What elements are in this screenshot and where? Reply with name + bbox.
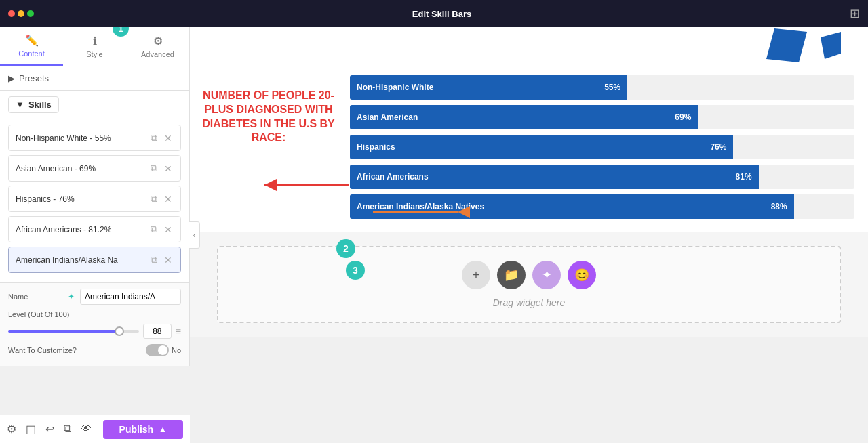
bar-label-4: American Indians/Alaska Natives	[357, 202, 484, 211]
publish-button[interactable]: Publish ▲	[103, 420, 183, 439]
level-label: Level (Out Of 100)	[8, 310, 90, 318]
presets-section[interactable]: ▶ Presets	[0, 66, 189, 91]
history-icon[interactable]: ↩	[45, 423, 54, 436]
bar-percent-2: 76%	[710, 142, 726, 152]
copy-icon-4[interactable]: ⧉	[149, 253, 159, 267]
tab-style-label: Style	[86, 50, 102, 58]
toggle-label: No	[172, 346, 181, 354]
remove-icon-4[interactable]: ✕	[163, 253, 174, 267]
name-label: Name	[8, 293, 62, 301]
remove-icon-0[interactable]: ✕	[163, 131, 174, 145]
bars-container: Non-Hispanic White 55% Asian American 69…	[350, 75, 854, 219]
grid-icon[interactable]: ⊞	[850, 6, 860, 21]
drag-text: Drag widget here	[493, 297, 566, 308]
copy-icon-0[interactable]: ⧉	[149, 131, 159, 145]
tab-advanced-label: Advanced	[141, 50, 174, 58]
bar-fill-1: Asian American 69%	[350, 105, 698, 129]
traffic-light-green[interactable]	[27, 10, 34, 17]
skill-item-name-2: Hispanics - 76%	[16, 194, 145, 204]
customize-row: Want To Customize? No	[8, 344, 181, 356]
chart-title: NUMBER OF PEOPLE 20-PLUS DIAGNOSED WITH …	[201, 75, 336, 219]
presets-chevron-icon: ▶	[8, 73, 15, 83]
bottom-toolbar: ⚙ ◫ ↩ ⧉ 👁 Publish ▲	[0, 415, 190, 443]
customize-label: Want To Customize?	[8, 346, 146, 354]
add-widget-button[interactable]: +	[462, 261, 490, 289]
list-icon[interactable]: ≡	[176, 326, 181, 337]
bar-label-1: Asian American	[357, 112, 418, 122]
skill-item-name-4: American Indians/Alaska Na	[16, 255, 145, 265]
name-field-row: Name ✦	[8, 289, 181, 305]
list-item: Non-Hispanic White - 55% ⧉ ✕	[8, 125, 181, 151]
slider-container: ≡	[8, 324, 181, 339]
collapse-handle[interactable]: ‹	[189, 222, 200, 249]
content-icon: ✏️	[25, 34, 39, 47]
tab-content-label: Content	[18, 49, 45, 58]
skills-list: Non-Hispanic White - 55% ⧉ ✕ Asian Ameri…	[0, 119, 189, 282]
toolbar-icons-left: ⚙ ◫ ↩ ⧉ 👁	[7, 423, 92, 436]
copy-icon-3[interactable]: ⧉	[149, 222, 159, 236]
copy-icon-1[interactable]: ⧉	[149, 161, 159, 175]
copy2-icon[interactable]: ⧉	[64, 423, 71, 436]
advanced-icon: ⚙	[153, 35, 163, 47]
bar-row-1: Asian American 69%	[350, 105, 854, 129]
publish-chevron-icon: ▲	[159, 425, 167, 434]
name-input[interactable]	[80, 289, 181, 305]
toggle-track[interactable]	[146, 344, 169, 356]
level-slider[interactable]	[8, 330, 139, 333]
dynamic-icon: ✦	[68, 292, 75, 301]
list-item: Asian American - 69% ⧉ ✕	[8, 155, 181, 182]
folder-button[interactable]: 📁	[497, 261, 526, 289]
page-title: Edit Skill Bars	[412, 9, 471, 19]
remove-icon-1[interactable]: ✕	[163, 162, 174, 175]
list-item: American Indians/Alaska Na ⧉ ✕	[8, 247, 181, 273]
copy-icon-2[interactable]: ⧉	[149, 192, 159, 206]
skill-item-name-3: African Americans - 81.2%	[16, 225, 145, 234]
move-button[interactable]: ✦	[532, 261, 561, 289]
main-content: NUMBER OF PEOPLE 20-PLUS DIAGNOSED WITH …	[190, 27, 868, 443]
skills-chevron-icon: ▼	[16, 100, 24, 110]
bar-percent-1: 69%	[675, 112, 691, 122]
sidebar: ✏️ Content ℹ Style 1 ⚙ Advanced ▶ Preset…	[0, 27, 190, 366]
bar-fill-0: Non-Hispanic White 55%	[350, 75, 627, 100]
traffic-light-red[interactable]	[8, 10, 15, 17]
level-row: Level (Out Of 100)	[8, 310, 181, 318]
level-value-input[interactable]	[143, 324, 172, 339]
tab-content[interactable]: ✏️ Content	[0, 27, 63, 66]
layers-icon[interactable]: ◫	[26, 423, 36, 436]
annotation-badge-2: 2	[336, 239, 355, 258]
slider-row: ≡	[8, 324, 181, 339]
settings-icon[interactable]: ⚙	[7, 423, 16, 436]
list-item: African Americans - 81.2% ⧉ ✕	[8, 216, 181, 242]
skills-label: Skills	[28, 100, 52, 110]
bar-row-4: American Indians/Alaska Natives 88%	[350, 194, 854, 219]
bar-row-3: African Americans 81%	[350, 165, 854, 189]
publish-label: Publish	[119, 424, 154, 435]
bar-fill-2: Hispanics 76%	[350, 135, 733, 159]
presets-label: Presets	[19, 73, 49, 83]
traffic-light-yellow[interactable]	[18, 10, 24, 17]
remove-icon-2[interactable]: ✕	[163, 192, 174, 206]
drag-area: + 📁 ✦ 😊 Drag widget here	[217, 246, 841, 323]
chart-area: NUMBER OF PEOPLE 20-PLUS DIAGNOSED WITH …	[190, 64, 868, 232]
map-shape-1	[766, 28, 807, 62]
skill-edit-section: Name ✦ Level (Out Of 100) ≡ Want To Cust…	[0, 282, 189, 366]
eye-icon[interactable]: 👁	[81, 423, 92, 436]
skills-badge[interactable]: ▼ Skills	[8, 96, 59, 113]
remove-icon-3[interactable]: ✕	[163, 223, 174, 236]
tab-style[interactable]: ℹ Style 1	[63, 27, 126, 66]
bar-fill-3: African Americans 81%	[350, 165, 759, 189]
annotation-badge-3: 3	[346, 261, 365, 280]
bar-percent-4: 88%	[771, 202, 787, 211]
list-item: Hispanics - 76% ⧉ ✕	[8, 186, 181, 212]
toggle-switch[interactable]: No	[146, 344, 181, 356]
bar-row-2: Hispanics 76%	[350, 135, 854, 159]
tab-advanced[interactable]: ⚙ Advanced	[126, 27, 189, 66]
bar-row-0: Non-Hispanic White 55%	[350, 75, 854, 100]
skill-item-name-1: Asian American - 69%	[16, 164, 145, 173]
traffic-lights	[8, 10, 34, 17]
emoji-button[interactable]: 😊	[568, 261, 596, 289]
skill-item-name-0: Non-Hispanic White - 55%	[16, 133, 145, 143]
bar-percent-3: 81%	[736, 172, 752, 182]
toggle-knob	[158, 345, 167, 355]
bar-label-3: African Americans	[357, 172, 429, 182]
